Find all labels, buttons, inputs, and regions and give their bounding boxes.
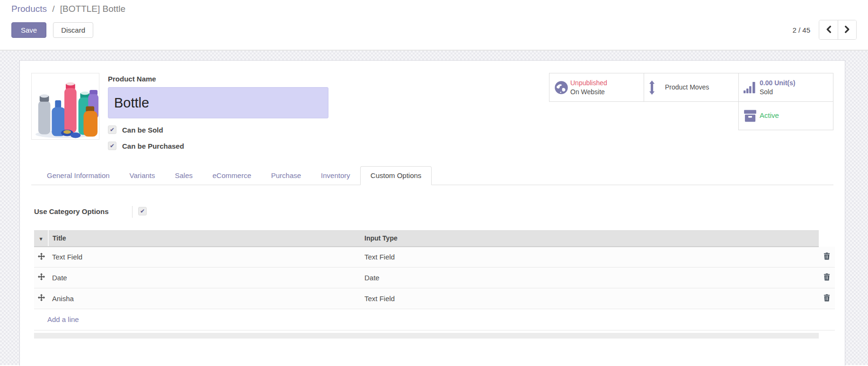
breadcrumb-current: [BOTTLE] Bottle: [60, 4, 125, 14]
table-row[interactable]: Anisha Text Field: [34, 288, 835, 309]
product-name-input[interactable]: [108, 87, 328, 118]
website-label: On Website: [570, 88, 607, 97]
notebook-tabs: General Information Variants Sales eComm…: [31, 166, 833, 185]
actions-row: Save Discard 2 / 45: [11, 20, 857, 40]
table-header-row: ▾ Title Input Type: [34, 230, 835, 247]
pager-next-button[interactable]: [838, 20, 856, 39]
cell-input-type[interactable]: Text Field: [361, 247, 819, 268]
units-sold-stat-button[interactable]: 0.00 Unit(s) Sold: [738, 73, 833, 102]
trash-icon: [824, 295, 830, 303]
bar-chart-icon: [744, 82, 760, 93]
title-column-header[interactable]: Title: [48, 230, 361, 247]
save-button[interactable]: Save: [11, 22, 46, 38]
page-background: Product Name ✔ Can be Sold ✔ Can be Purc…: [0, 51, 868, 365]
active-label: Active: [760, 111, 779, 120]
table-row[interactable]: Text Field Text Field: [34, 247, 835, 268]
can-be-purchased-label: Can be Purchased: [122, 142, 184, 150]
stat-buttons: Unpublished On Website Product Moves: [549, 73, 833, 130]
breadcrumb-products-link[interactable]: Products: [11, 4, 47, 14]
can-be-purchased-row: ✔ Can be Purchased: [108, 142, 330, 150]
delete-row-button[interactable]: [819, 267, 835, 288]
drag-handle[interactable]: [34, 247, 48, 268]
control-panel: Products / [BOTTLE] Bottle Save Discard …: [0, 0, 868, 51]
trash-icon: [824, 274, 830, 282]
can-be-sold-checkbox[interactable]: ✔: [108, 125, 116, 134]
tab-sales[interactable]: Sales: [165, 167, 203, 185]
cell-input-type[interactable]: Text Field: [361, 288, 819, 309]
tab-ecommerce[interactable]: eCommerce: [203, 167, 261, 185]
stat-column-right: 0.00 Unit(s) Sold Active: [739, 73, 833, 130]
sort-caret-icon: ▾: [40, 236, 43, 241]
breadcrumb: Products / [BOTTLE] Bottle: [11, 3, 857, 14]
globe-icon: [554, 80, 570, 95]
pager-previous-button[interactable]: [819, 20, 838, 39]
form-head: Product Name ✔ Can be Sold ✔ Can be Purc…: [31, 73, 833, 150]
use-category-options-checkbox[interactable]: ✔: [138, 207, 147, 215]
product-form-sheet: Product Name ✔ Can be Sold ✔ Can be Purc…: [19, 60, 845, 366]
table-row[interactable]: Date Date: [34, 267, 835, 288]
pager-count: 2 / 45: [792, 26, 810, 34]
product-name-label: Product Name: [108, 73, 330, 83]
add-line-row: Add a line: [34, 309, 835, 330]
chevron-left-icon: [826, 26, 831, 35]
breadcrumb-separator: /: [49, 4, 57, 14]
cell-input-type[interactable]: Date: [361, 267, 819, 288]
cell-title[interactable]: Anisha: [48, 288, 361, 309]
discard-button[interactable]: Discard: [53, 22, 93, 38]
delete-row-button[interactable]: [819, 288, 835, 309]
drag-handle[interactable]: [34, 267, 48, 288]
drag-handle[interactable]: [34, 288, 48, 309]
move-icon: [38, 253, 45, 261]
pager-buttons: [819, 20, 857, 40]
can-be-sold-row: ✔ Can be Sold: [108, 125, 330, 134]
up-down-arrow-icon: [649, 80, 665, 95]
tab-inventory[interactable]: Inventory: [311, 167, 360, 185]
trash-column-header: [819, 230, 835, 247]
product-image[interactable]: [31, 73, 99, 140]
custom-options-table: ▾ Title Input Type Text Field Text Field: [34, 230, 835, 330]
can-be-sold-label: Can be Sold: [122, 126, 163, 134]
delete-row-button[interactable]: [819, 247, 835, 268]
use-category-options-label: Use Category Options: [31, 206, 132, 218]
pager: 2 / 45: [792, 20, 857, 40]
units-sold-value: 0.00 Unit(s): [760, 79, 795, 88]
cell-title[interactable]: Text Field: [48, 247, 361, 268]
move-icon: [38, 274, 45, 282]
name-block: Product Name ✔ Can be Sold ✔ Can be Purc…: [108, 73, 330, 150]
units-sold-label: Sold: [760, 88, 795, 97]
use-category-options-field: Use Category Options ✔: [31, 206, 833, 218]
product-moves-stat-button[interactable]: Product Moves: [644, 73, 739, 102]
tab-general-information[interactable]: General Information: [37, 167, 120, 185]
trash-icon: [824, 253, 830, 261]
cell-title[interactable]: Date: [48, 267, 361, 288]
tab-custom-options[interactable]: Custom Options: [360, 166, 432, 185]
bottles-photo: [32, 73, 99, 139]
archive-box-icon: [744, 110, 760, 122]
active-stat-button[interactable]: Active: [738, 101, 833, 130]
tab-variants[interactable]: Variants: [120, 167, 165, 185]
website-stat-button[interactable]: Unpublished On Website: [549, 73, 644, 102]
sort-handle-header[interactable]: ▾: [34, 230, 48, 247]
product-moves-label: Product Moves: [665, 83, 709, 92]
table-footer-bar: [34, 333, 819, 339]
website-status-text: Unpublished: [570, 79, 607, 88]
move-icon: [38, 295, 45, 303]
chevron-right-icon: [845, 26, 850, 35]
can-be-purchased-checkbox[interactable]: ✔: [108, 142, 116, 150]
input-type-column-header[interactable]: Input Type: [361, 230, 819, 247]
tab-purchase[interactable]: Purchase: [261, 167, 311, 185]
add-a-line-link[interactable]: Add a line: [47, 315, 79, 323]
